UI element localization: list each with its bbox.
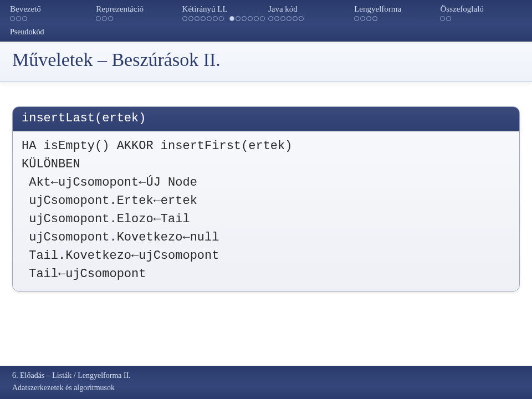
- pseudocode-body: HA isEmpty() AKKOR insertFirst(ertek) KÜ…: [13, 131, 519, 291]
- nav-dots[interactable]: [96, 16, 182, 21]
- pseudocode-header: insertLast(ertek): [13, 107, 519, 131]
- progress-dot-icon[interactable]: [293, 16, 298, 21]
- nav-row: Bevezető Reprezentáció Kétirányú LL Java…: [0, 4, 532, 16]
- progress-dot-icon[interactable]: [254, 16, 259, 21]
- progress-dot-icon[interactable]: [299, 16, 304, 21]
- nav-dots[interactable]: [440, 16, 522, 21]
- nav-label: Bevezető: [10, 4, 41, 13]
- footer-course: Adatszerkezetek és algoritmusok: [12, 383, 520, 392]
- nav-dots[interactable]: [268, 16, 354, 21]
- progress-dot-icon[interactable]: [201, 16, 206, 21]
- nav-label: Kétirányú LL: [182, 4, 228, 13]
- slide-header: Bevezető Reprezentáció Kétirányú LL Java…: [0, 0, 532, 42]
- progress-dot-icon[interactable]: [22, 16, 27, 21]
- progress-dot-icon[interactable]: [268, 16, 273, 21]
- progress-dot-icon[interactable]: [207, 16, 212, 21]
- progress-dot-icon[interactable]: [219, 16, 224, 21]
- nav-dots[interactable]: [354, 16, 440, 21]
- nav-item-osszefoglalo[interactable]: Összefoglaló: [440, 4, 522, 15]
- progress-dot-icon[interactable]: [440, 16, 445, 21]
- progress-dot-icon[interactable]: [366, 16, 371, 21]
- progress-dot-icon[interactable]: [242, 16, 247, 21]
- progress-dot-icon[interactable]: [96, 16, 101, 21]
- progress-dot-icon[interactable]: [10, 16, 15, 21]
- nav-dots[interactable]: [10, 16, 96, 21]
- slide-content: insertLast(ertek) HA isEmpty() AKKOR ins…: [0, 82, 532, 366]
- nav-dots[interactable]: [182, 16, 268, 21]
- slide-title-bar: Műveletek – Beszúrások II.: [0, 42, 532, 82]
- footer-lecture: 6. Előadás – Listák / Lengyelforma II.: [12, 371, 520, 380]
- nav-item-reprezentacio[interactable]: Reprezentáció: [96, 4, 182, 15]
- nav-subsection: Pseudokód: [0, 24, 532, 38]
- progress-dot-icon[interactable]: [248, 16, 253, 21]
- progress-dot-icon[interactable]: [287, 16, 291, 21]
- nav-label: Reprezentáció: [96, 4, 144, 13]
- progress-dot-icon[interactable]: [102, 16, 107, 21]
- nav-item-lengyelforma[interactable]: Lengyelforma: [354, 4, 440, 15]
- nav-label: Java kód: [268, 4, 298, 13]
- progress-dot-icon[interactable]: [16, 16, 21, 21]
- progress-dot-icon[interactable]: [195, 16, 200, 21]
- progress-dot-icon[interactable]: [188, 16, 193, 21]
- progress-dot-icon[interactable]: [360, 16, 365, 21]
- slide-title: Műveletek – Beszúrások II.: [12, 49, 520, 70]
- progress-dot-current-icon[interactable]: [229, 16, 234, 21]
- nav-item-ketiranyu[interactable]: Kétirányú LL: [182, 4, 268, 15]
- progress-dot-icon[interactable]: [280, 16, 285, 21]
- pseudocode-block: insertLast(ertek) HA isEmpty() AKKOR ins…: [12, 106, 520, 291]
- progress-dot-icon[interactable]: [182, 16, 187, 21]
- nav-item-bevezeto[interactable]: Bevezető: [10, 4, 96, 15]
- progress-dot-icon[interactable]: [274, 16, 279, 21]
- progress-dot-icon[interactable]: [236, 16, 241, 21]
- progress-dot-icon[interactable]: [446, 16, 451, 21]
- nav-label: Összefoglaló: [440, 4, 483, 13]
- progress-dot-icon[interactable]: [213, 16, 218, 21]
- nav-dots-row: [0, 16, 532, 24]
- progress-dot-icon[interactable]: [354, 16, 359, 21]
- progress-dot-icon[interactable]: [372, 16, 377, 21]
- progress-dot-icon[interactable]: [260, 16, 265, 21]
- progress-dot-icon[interactable]: [108, 16, 113, 21]
- slide-footer: 6. Előadás – Listák / Lengyelforma II. A…: [0, 366, 532, 399]
- nav-label: Lengyelforma: [354, 4, 401, 13]
- nav-item-javakod[interactable]: Java kód: [268, 4, 354, 15]
